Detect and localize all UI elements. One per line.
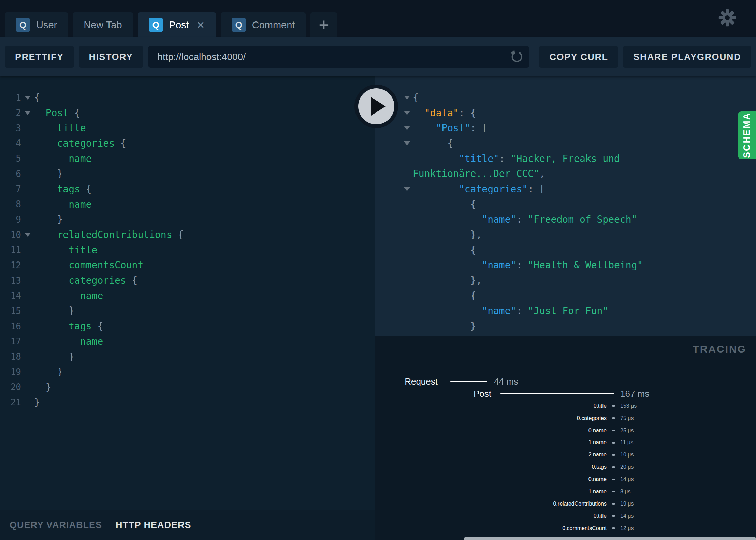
fold-arrow-slot[interactable] — [21, 233, 34, 237]
response-line: "data": { — [375, 105, 756, 121]
resolver-duration-bar — [607, 417, 620, 419]
tracing-span-request: Request 44 ms — [375, 375, 756, 388]
span-label: Post — [474, 388, 491, 399]
fold-arrow-slot[interactable] — [404, 187, 410, 191]
span-label: Request — [405, 376, 438, 387]
code-text: categories { — [34, 275, 137, 286]
code-text: title — [34, 244, 97, 256]
span-bar — [450, 381, 487, 382]
editor-line: 21} — [0, 395, 375, 410]
resolver-duration-bar — [607, 479, 620, 480]
resolver-time: 14 μs — [620, 513, 678, 519]
code-text: { — [413, 290, 476, 301]
response-line: }, — [375, 273, 756, 288]
editor-line: 4 categories { — [0, 136, 375, 151]
code-text: name — [34, 290, 103, 301]
toolbar: PRETTIFY HISTORY COPY CURL SHARE PLAYGRO… — [0, 38, 756, 76]
schema-tab-label: SCHEMA — [742, 112, 752, 158]
editor-line: 6 } — [0, 166, 375, 181]
code-text: categories { — [34, 138, 126, 149]
code-text: "categories": [ — [413, 183, 545, 195]
response-line: { — [375, 288, 756, 303]
code-text: { — [34, 92, 40, 103]
code-text: } — [34, 305, 74, 316]
code-text: tags { — [34, 183, 92, 195]
refresh-schema-icon[interactable] — [509, 49, 524, 64]
tracing-resolver-row: 0.categories75 μs — [375, 412, 756, 424]
fold-arrow-slot[interactable] — [21, 111, 34, 115]
tab-user[interactable]: QUser — [5, 12, 68, 38]
tab-comment[interactable]: QComment — [221, 12, 306, 38]
code-text: }, — [413, 229, 482, 240]
resolver-duration-bar — [607, 466, 620, 468]
tab-label: Post — [169, 19, 189, 31]
code-text: } — [34, 397, 40, 408]
resolver-path: 1.name — [588, 489, 607, 495]
line-number: 11 — [0, 245, 21, 255]
fold-arrow-slot[interactable] — [404, 141, 410, 145]
resolver-path: 0.name — [588, 476, 607, 482]
editor-line: 5 name — [0, 151, 375, 166]
tab-post[interactable]: QPost✕ — [138, 12, 216, 38]
resolver-path: 0.tags — [592, 464, 607, 470]
schema-tab[interactable]: SCHEMA — [738, 111, 756, 159]
fold-arrow-icon[interactable] — [25, 96, 31, 100]
code-text: "name": "Health & Wellbeing" — [413, 259, 643, 271]
tracing-title: TRACING — [693, 343, 746, 355]
tab-query-variables[interactable]: QUERY VARIABLES — [10, 520, 102, 530]
code-text: } — [34, 168, 63, 179]
fold-arrow-slot[interactable] — [404, 126, 410, 130]
resolver-time: 75 μs — [620, 415, 678, 421]
response-line: Funktionäre...Der CCC", — [375, 166, 756, 181]
editor-line: 8 name — [0, 197, 375, 212]
tracing-rows: Request 44 ms Post 167 ms 0.title153 μs0… — [375, 375, 756, 540]
tab-new-tab[interactable]: New Tab — [73, 12, 133, 38]
resolver-time: 12 μs — [620, 525, 678, 531]
tab-label: New Tab — [84, 19, 122, 31]
new-tab-button[interactable]: + — [310, 12, 337, 38]
resolver-time: 25 μs — [620, 427, 678, 434]
code-text: { — [413, 244, 476, 256]
response-line: }, — [375, 227, 756, 242]
fold-arrow-slot[interactable] — [404, 111, 410, 115]
code-text: { — [413, 199, 476, 210]
editor-line: 1{ — [0, 90, 375, 105]
line-number: 2 — [0, 108, 21, 118]
share-playground-button[interactable]: SHARE PLAYGROUND — [623, 46, 751, 68]
resolver-time: 10 μs — [620, 452, 678, 458]
editor-line: 15 } — [0, 303, 375, 319]
code-text: }, — [413, 275, 482, 286]
editor-line: 19 } — [0, 364, 375, 379]
execute-button[interactable] — [354, 85, 398, 128]
close-tab-icon[interactable]: ✕ — [197, 19, 205, 31]
tracing-panel: TRACING Request 44 ms Post 167 ms 0.titl… — [375, 336, 756, 540]
code-text: name — [34, 199, 92, 210]
fold-arrow-slot[interactable] — [404, 96, 410, 100]
endpoint-url-input[interactable] — [148, 51, 530, 62]
query-editor[interactable]: 1{2 Post {3 title4 categories {5 name6 }… — [0, 76, 375, 410]
line-number: 18 — [0, 351, 21, 362]
response-line: "name": "Health & Wellbeing" — [375, 258, 756, 273]
fold-arrow-icon[interactable] — [404, 141, 410, 145]
code-text: } — [34, 214, 63, 225]
tab-http-headers[interactable]: HTTP HEADERS — [116, 520, 191, 530]
line-number: 4 — [0, 138, 21, 148]
prettify-button[interactable]: PRETTIFY — [5, 46, 74, 68]
fold-arrow-icon[interactable] — [404, 187, 410, 191]
fold-arrow-icon[interactable] — [25, 111, 31, 115]
settings-gear-icon[interactable] — [718, 8, 737, 27]
copy-curl-button[interactable]: COPY CURL — [539, 46, 618, 68]
fold-arrow-icon[interactable] — [404, 96, 410, 100]
line-number: 14 — [0, 290, 21, 301]
fold-arrow-icon[interactable] — [404, 126, 410, 130]
line-number: 10 — [0, 230, 21, 240]
history-button[interactable]: HISTORY — [79, 46, 143, 68]
fold-arrow-slot[interactable] — [21, 96, 34, 100]
response-viewer[interactable]: { "data": { "Post": [ { "title": "Hacker… — [375, 76, 756, 336]
tracing-horizontal-scrollbar[interactable] — [464, 537, 756, 540]
fold-arrow-icon[interactable] — [404, 111, 410, 115]
response-line: { — [375, 136, 756, 151]
fold-arrow-icon[interactable] — [25, 233, 31, 237]
resolver-time: 19 μs — [620, 501, 678, 507]
editor-line: 17 name — [0, 334, 375, 349]
